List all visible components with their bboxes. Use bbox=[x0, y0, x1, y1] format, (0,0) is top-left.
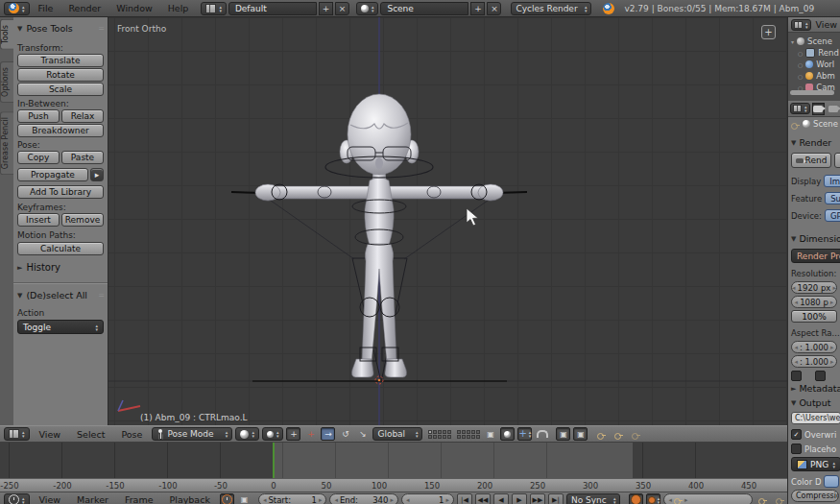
menu-view[interactable]: View bbox=[33, 426, 68, 443]
copy-button[interactable]: Copy bbox=[17, 151, 60, 164]
pivot-align-toggle[interactable]: + bbox=[286, 427, 300, 441]
translate-button[interactable]: Translate bbox=[17, 54, 104, 67]
aspect-x-field[interactable]: : 1.000 bbox=[791, 341, 837, 353]
render-opengl-button[interactable]: ▣ bbox=[556, 427, 570, 441]
play-reverse-button[interactable]: ◀ bbox=[493, 493, 509, 504]
menu-tl-playback[interactable]: Playback bbox=[163, 492, 217, 504]
file-format-select[interactable]: PNG bbox=[791, 457, 840, 471]
resolution-percent-button[interactable]: 100% bbox=[791, 310, 837, 323]
mode-select[interactable]: Pose Mode bbox=[152, 427, 232, 441]
calculate-button[interactable]: Calculate bbox=[17, 242, 104, 255]
screen-layout-icon-button[interactable] bbox=[201, 2, 227, 15]
timeline-track[interactable] bbox=[0, 443, 787, 478]
outliner-row-armature[interactable]: ○ Abm bbox=[788, 70, 840, 82]
outliner-row-world[interactable]: ○ Worl bbox=[788, 59, 840, 70]
display-select[interactable]: Ima bbox=[824, 175, 840, 187]
menu-help[interactable]: Help bbox=[161, 0, 196, 16]
manipulator-toggle[interactable]: + bbox=[303, 427, 318, 441]
scene-name-field[interactable]: Scene bbox=[380, 2, 468, 15]
menu-tl-marker[interactable]: Marker bbox=[70, 492, 115, 504]
render-panel-header[interactable]: ▼ Render bbox=[791, 137, 840, 148]
metadata-panel-header[interactable]: ► Metadata bbox=[791, 383, 840, 394]
output-panel-header[interactable]: ▼ Output bbox=[791, 397, 840, 408]
resolution-x-field[interactable]: 1920 px bbox=[791, 281, 837, 294]
playhead[interactable] bbox=[273, 443, 275, 478]
snap-toggle-button[interactable]: + bbox=[517, 427, 532, 441]
output-path-field[interactable]: C:\Users\webi bbox=[791, 412, 840, 424]
shading-select[interactable] bbox=[235, 427, 259, 441]
paste-button[interactable]: Paste bbox=[61, 151, 104, 164]
pose-tools-panel-header[interactable]: ▼ Pose Tools = bbox=[17, 23, 104, 34]
render-presets-select[interactable]: Render Prese bbox=[791, 249, 840, 263]
history-panel-header[interactable]: ► History bbox=[17, 262, 104, 273]
overwrite-checkbox[interactable]: ✓ bbox=[791, 429, 802, 440]
outliner-editor-type-button[interactable] bbox=[791, 19, 811, 31]
insert-keyframes-button[interactable] bbox=[756, 493, 770, 504]
current-frame-field[interactable]: 1 bbox=[401, 493, 454, 504]
tab-render[interactable] bbox=[812, 103, 826, 115]
disclosure-icon[interactable]: ▾ bbox=[791, 38, 794, 45]
remove-keyframe-button[interactable]: Remove bbox=[61, 213, 104, 227]
render-opengl-anim-button[interactable]: ▣ bbox=[573, 427, 588, 441]
outliner-row-renderlayers[interactable]: ○ Rend bbox=[788, 47, 840, 59]
insert-keyframe-button[interactable]: Insert bbox=[17, 213, 60, 227]
scale-manipulator-button[interactable]: ↘ bbox=[355, 427, 370, 441]
layers-widget-2[interactable] bbox=[457, 430, 480, 439]
panel-drag-handle[interactable]: = bbox=[98, 291, 104, 300]
add-scene-button[interactable]: + bbox=[470, 2, 485, 15]
deselect-panel-header[interactable]: ▼ (De)select All = bbox=[17, 290, 104, 300]
panel-drag-handle[interactable]: = bbox=[98, 24, 104, 33]
border-checkbox[interactable] bbox=[791, 371, 802, 381]
render-image-button[interactable]: Rend bbox=[791, 153, 831, 168]
insert-key-button[interactable] bbox=[612, 427, 626, 441]
pivot-select[interactable] bbox=[262, 427, 284, 441]
properties-editor-type-button[interactable] bbox=[790, 103, 810, 114]
dimensions-panel-header[interactable]: ▼ Dimension bbox=[791, 233, 840, 244]
scene-icon-button[interactable] bbox=[356, 2, 379, 15]
proportional-edit-button[interactable] bbox=[500, 427, 515, 441]
play-button[interactable]: ▶ bbox=[512, 493, 527, 504]
compression-slider[interactable]: Compressio bbox=[791, 490, 839, 502]
placeholder-checkbox[interactable] bbox=[791, 444, 802, 454]
active-keying-set-field[interactable] bbox=[663, 493, 753, 504]
jump-start-button[interactable]: |◀ bbox=[457, 493, 472, 504]
properties-region-toggle-icon[interactable]: + bbox=[761, 25, 776, 39]
orientation-select[interactable]: Global bbox=[372, 427, 422, 441]
delete-keyframes-button[interactable] bbox=[773, 493, 787, 504]
record-button[interactable] bbox=[629, 493, 643, 504]
device-select[interactable]: GP bbox=[825, 209, 840, 222]
timeline-editor-type-button[interactable] bbox=[4, 493, 30, 504]
keying-mode-button[interactable] bbox=[646, 493, 660, 504]
prev-keyframe-button[interactable]: ◀◀ bbox=[475, 493, 491, 504]
layers-widget[interactable] bbox=[428, 430, 451, 439]
tab-tools[interactable]: Tools bbox=[0, 19, 13, 50]
outliner-row-scene[interactable]: ▾ Scene bbox=[788, 36, 840, 47]
jump-end-button[interactable]: ▶| bbox=[548, 493, 564, 504]
add-to-library-button[interactable]: Add To Library bbox=[17, 185, 104, 199]
rotate-button[interactable]: Rotate bbox=[17, 68, 104, 82]
sync-select[interactable]: No Sync bbox=[566, 493, 621, 504]
editor-type-button[interactable] bbox=[4, 427, 30, 441]
breakdowner-button[interactable]: Breakdowner bbox=[17, 124, 104, 137]
layout-name-field[interactable]: Default bbox=[228, 2, 317, 15]
menu-tl-view[interactable]: View bbox=[33, 492, 68, 504]
next-keyframe-button[interactable]: ▶▶ bbox=[530, 493, 545, 504]
relax-button[interactable]: Relax bbox=[61, 109, 104, 123]
end-frame-field[interactable]: End: 340 bbox=[329, 493, 398, 504]
close-layout-button[interactable]: × bbox=[335, 2, 349, 15]
propagate-button[interactable]: Propagate bbox=[17, 168, 88, 181]
tab-render-layers[interactable] bbox=[827, 103, 840, 115]
rotate-manipulator-button[interactable]: ↺ bbox=[338, 427, 352, 441]
add-layout-button[interactable]: + bbox=[319, 2, 333, 15]
propagate-options-button[interactable]: ▸ bbox=[90, 168, 104, 181]
menu-window[interactable]: Window bbox=[109, 0, 158, 16]
action-select[interactable]: Toggle bbox=[17, 320, 104, 334]
outliner-menu-view[interactable]: View bbox=[814, 18, 840, 32]
render-animation-button[interactable]: A bbox=[834, 153, 840, 168]
pin-icon[interactable] bbox=[791, 120, 800, 129]
push-button[interactable]: Push bbox=[17, 109, 60, 123]
close-scene-button[interactable]: × bbox=[487, 2, 501, 15]
menu-pose[interactable]: Pose bbox=[114, 426, 149, 443]
delete-key-button[interactable] bbox=[629, 427, 643, 441]
feature-set-select[interactable]: Su bbox=[825, 192, 840, 204]
